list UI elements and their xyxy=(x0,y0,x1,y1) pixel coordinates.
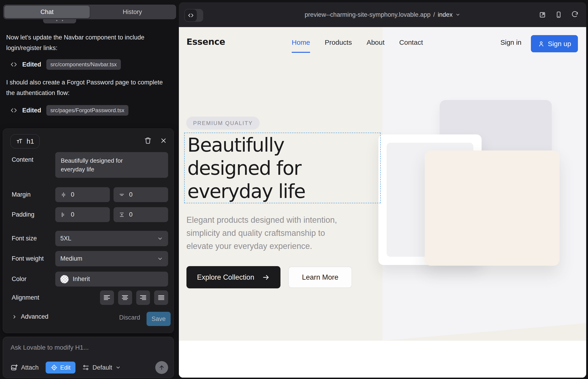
padding-y-input[interactable]: 0 xyxy=(113,207,168,222)
sliders-icon xyxy=(82,364,89,371)
sign-up-button[interactable]: Sign up xyxy=(531,35,578,52)
refresh-button[interactable] xyxy=(571,11,578,18)
code-icon xyxy=(10,107,17,114)
element-editor-panel: h1 Content Beautifully designed for ever… xyxy=(3,128,174,333)
file-chip[interactable]: src/pages/ForgotPassword.tsx xyxy=(46,105,129,116)
edited-label: Edited xyxy=(22,107,41,114)
alignment-label: Alignment xyxy=(12,294,39,301)
chat-message: I should also create a Forgot Password p… xyxy=(6,77,169,98)
close-icon[interactable] xyxy=(158,136,169,146)
padding-horizontal-icon xyxy=(60,211,67,218)
mobile-view-button[interactable] xyxy=(555,11,562,18)
chevron-down-icon xyxy=(157,256,163,262)
align-left-button[interactable] xyxy=(100,290,114,305)
sign-in-link[interactable]: Sign in xyxy=(500,39,522,46)
file-chip[interactable]: src/components/Navbar.tsx xyxy=(46,59,121,70)
open-external-button[interactable] xyxy=(539,11,546,18)
nav-link-about[interactable]: About xyxy=(367,39,384,53)
code-preview-toggle[interactable] xyxy=(184,9,203,22)
padding-vertical-icon xyxy=(119,211,125,218)
type-icon xyxy=(16,138,23,145)
selected-element-chip: h1 xyxy=(10,134,40,148)
premium-quality-badge: PREMIUM QUALITY xyxy=(186,117,260,130)
color-row: Color Inherit xyxy=(9,272,168,286)
tab-chat[interactable]: Chat xyxy=(4,6,90,18)
content-row: Content Beautifully designed for everyda… xyxy=(9,152,168,178)
selected-h1-outline[interactable]: Beautifully designed for everyday life xyxy=(184,133,381,203)
edit-mode-button[interactable]: Edit xyxy=(46,362,76,374)
edited-file-row: Edited src/pages/ForgotPassword.tsx xyxy=(10,105,128,116)
padding-row: Padding 0 0 xyxy=(9,207,168,222)
chat-message: Now let's update the Navbar component to… xyxy=(6,32,169,53)
preview-actions xyxy=(539,2,578,27)
send-button[interactable] xyxy=(155,361,168,374)
advanced-toggle[interactable]: Advanced xyxy=(12,313,48,320)
content-input[interactable]: Beautifully designed for everyday life xyxy=(55,152,168,178)
hero-description: Elegant products designed with intention… xyxy=(186,213,337,253)
nav-link-contact[interactable]: Contact xyxy=(399,39,423,53)
arrow-right-icon xyxy=(262,273,270,281)
margin-vertical-icon xyxy=(119,191,125,198)
padding-x-input[interactable]: 0 xyxy=(55,207,110,222)
crosshair-icon xyxy=(51,364,58,371)
alignment-row: Alignment xyxy=(9,290,168,305)
site-navbar: Essence Home Products About Contact Sign… xyxy=(179,27,586,61)
preview-page: index xyxy=(438,11,453,18)
color-select[interactable]: Inherit xyxy=(55,272,168,286)
content-label: Content xyxy=(12,156,33,163)
code-icon xyxy=(185,9,197,21)
explore-collection-button[interactable]: Explore Collection xyxy=(186,266,280,288)
discard-button[interactable]: Discard xyxy=(119,314,140,321)
scrolled-chip-partial xyxy=(43,19,76,23)
image-plus-icon xyxy=(11,364,18,371)
address-bar[interactable]: preview--charming-site-symphony.lovable.… xyxy=(305,2,461,27)
edited-label: Edited xyxy=(22,61,41,68)
font-weight-label: Font weight xyxy=(12,255,44,262)
edited-file-row: Edited src/components/Navbar.tsx xyxy=(10,59,121,70)
save-button[interactable]: Save xyxy=(147,312,171,326)
font-weight-row: Font weight Medium xyxy=(9,251,168,266)
nav-link-home[interactable]: Home xyxy=(292,39,310,53)
chevron-down-icon xyxy=(157,236,163,242)
user-icon xyxy=(538,40,545,47)
color-label: Color xyxy=(12,276,27,283)
chat-composer: Attach Edit Default xyxy=(3,337,174,378)
preview-pane: preview--charming-site-symphony.lovable.… xyxy=(179,2,586,378)
hero-heading: Beautifully designed for everyday life xyxy=(187,134,305,203)
margin-x-input[interactable]: 0 xyxy=(55,187,110,202)
transparency-swatch-icon xyxy=(60,275,69,283)
sidebar-tabs: Chat History xyxy=(3,5,176,19)
element-tag: h1 xyxy=(27,138,34,145)
site-nav-links: Home Products About Contact xyxy=(292,39,423,53)
nav-link-products[interactable]: Products xyxy=(325,39,352,53)
font-weight-select[interactable]: Medium xyxy=(55,251,168,266)
hero-cta-row: Explore Collection Learn More xyxy=(186,266,352,288)
font-size-label: Font size xyxy=(12,235,37,242)
chevron-down-icon xyxy=(455,12,460,17)
margin-y-input[interactable]: 0 xyxy=(113,187,168,202)
margin-row: Margin 0 0 xyxy=(9,187,168,202)
hero-card-beige xyxy=(425,151,559,266)
mode-select[interactable]: Default xyxy=(82,364,121,371)
tab-history[interactable]: History xyxy=(90,6,175,18)
site-canvas: Essence Home Products About Contact Sign… xyxy=(179,27,586,378)
align-center-button[interactable] xyxy=(118,290,132,305)
preview-toolbar: preview--charming-site-symphony.lovable.… xyxy=(179,2,586,27)
margin-horizontal-icon xyxy=(60,191,67,198)
next-section-background xyxy=(179,341,586,378)
margin-label: Margin xyxy=(12,191,31,198)
padding-label: Padding xyxy=(12,211,34,218)
site-logo[interactable]: Essence xyxy=(186,37,225,47)
align-right-button[interactable] xyxy=(136,290,150,305)
font-size-select[interactable]: 5XL xyxy=(55,231,168,246)
align-justify-button[interactable] xyxy=(154,290,168,305)
composer-input[interactable] xyxy=(11,344,167,351)
delete-element-button[interactable] xyxy=(143,136,153,146)
font-size-row: Font size 5XL xyxy=(9,231,168,246)
attach-button[interactable]: Attach xyxy=(11,364,39,371)
learn-more-button[interactable]: Learn More xyxy=(288,267,352,288)
chat-sidebar: Chat History Now let's update the Navbar… xyxy=(0,0,178,379)
preview-url: preview--charming-site-symphony.lovable.… xyxy=(305,11,431,18)
code-icon xyxy=(10,61,17,68)
chevron-down-icon xyxy=(115,365,121,370)
